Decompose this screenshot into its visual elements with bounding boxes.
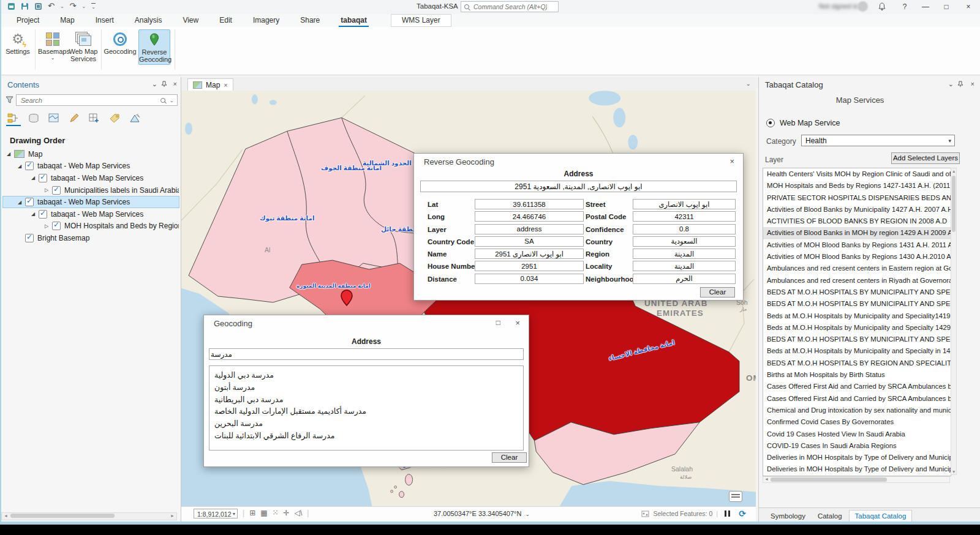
scrollbar-thumb[interactable] [10,514,115,518]
clear-button[interactable]: Clear [700,287,735,297]
redo-dropdown-icon[interactable]: ⌄ [82,4,86,9]
grid-add-icon[interactable]: ⊞ [249,509,255,517]
catalog-horizontal-scrollbar[interactable]: ◄ [763,476,950,483]
catalog-layer-row[interactable]: BEDS AT M.O.H HOSPITALS BY MUNICIPALITY … [763,286,951,298]
catalog-vertical-scrollbar[interactable]: ▲ ▼ [951,168,957,475]
field-value[interactable] [475,199,584,209]
ribbon-tab[interactable]: Project [6,14,50,27]
field-value[interactable] [475,224,584,234]
clear-button[interactable]: Clear [492,452,527,463]
expand-arrow-icon[interactable] [18,200,25,205]
customize-qat-icon[interactable]: ⌄ [91,3,96,10]
field-value[interactable] [475,236,584,247]
chevron-down-icon[interactable]: ▾ [233,509,235,519]
close-icon[interactable]: × [173,80,177,88]
scrollbar-thumb[interactable] [952,176,956,232]
avatar[interactable] [858,1,868,12]
redo-icon[interactable]: ↷ [70,2,77,10]
tree-row[interactable]: Map [2,148,179,160]
scroll-up-arrow-icon[interactable]: ▲ [952,169,956,173]
table-icon[interactable]: ▦ [260,509,267,517]
field-value[interactable] [633,274,736,284]
chevron-down-icon[interactable]: ⌄ [169,97,174,103]
geocode-result-row[interactable]: مدرسة دبي الدولية [209,370,523,382]
geocode-result-row[interactable]: مدرسة الرفاع الشرقي الابتدائية للبنات [209,430,523,443]
contents-horizontal-scrollbar[interactable]: ◄ ► [1,512,177,520]
web-map-service-radio[interactable]: Web Map Service [766,119,840,127]
pane-tab[interactable]: Catalog [812,511,848,522]
close-icon[interactable]: × [729,157,734,166]
convert-units-icon[interactable]: ⁙ [273,509,279,517]
field-value[interactable] [633,249,736,259]
notifications-bell-icon[interactable] [878,2,886,10]
tree-row[interactable]: Municipalities labels in Saudi Arabia [2,184,179,196]
add-selected-layers-button[interactable]: Add Selected Layers [891,152,960,164]
catalog-layer-row[interactable]: Deliveries in MOH Hospitals by Type of D… [763,452,951,463]
catalog-layer-row[interactable]: Deliveries in MOH Hospitals by Type of D… [763,463,951,475]
catalog-layer-row[interactable]: Activities of MOH Blood Banks by Regions… [763,251,951,263]
layer-checkbox[interactable] [39,210,47,219]
catalog-layer-row[interactable]: Beds at M.O.H Hospitals by Municipality … [763,310,951,322]
ribbon-tab[interactable]: WMS Layer [391,14,451,27]
catalog-layer-row[interactable]: PRIVATE SECTOR HOSPITALS DISPENSARIES BE… [763,192,951,204]
coordinates-readout[interactable]: 37.0050347°E 33.3405407°N⌄ [434,510,530,517]
catalog-layer-row[interactable]: Health Centers' Visits MOH by Region Cli… [763,168,951,180]
catalog-layer-row[interactable]: BEDS AT M.O.H HOSPITALS BY MUNICIPALITY … [763,334,951,345]
catalog-layer-row[interactable]: Beds at M.O.H Hospitals by Municipality … [763,345,951,357]
tree-row[interactable]: MOH Hospitals and Beds by Regions1427-14… [2,220,179,233]
catalog-layer-row[interactable]: Chemical and Drug intoxication by sex na… [763,405,951,416]
undo-icon[interactable]: ↶ [48,2,55,10]
layer-checkbox[interactable] [52,186,61,195]
pane-collapse-icon[interactable]: ⌄ [152,80,157,88]
tree-row[interactable]: Bright Basemap [2,232,179,244]
field-value[interactable] [633,224,736,234]
close-icon[interactable]: × [971,80,974,88]
scrollbar-thumb[interactable] [771,477,887,482]
list-by-labeling-icon[interactable] [107,111,122,126]
save-as-icon[interactable] [34,2,42,10]
minimize-button[interactable]: — [915,0,936,14]
catalog-layer-row[interactable]: Activities of Blood Banks by Municipalit… [763,204,951,215]
geocode-search-field[interactable] [209,348,524,360]
ribbon-tab[interactable]: Edit [209,14,243,27]
tree-row[interactable]: tabaqat - Web Map Services [2,160,179,173]
expand-arrow-icon[interactable] [7,151,14,157]
catalog-layer-row[interactable]: Births at Moh Hospitals by Birth Status [763,369,951,381]
close-icon[interactable]: × [515,318,520,327]
catalog-layer-row[interactable]: Cases Offered First Aid and Carried by S… [763,381,951,392]
basemaps-button[interactable]: Basemaps ⌄ [38,29,67,64]
command-search-input[interactable] [472,2,548,11]
help-icon[interactable]: ? [894,0,915,14]
address-field[interactable] [420,181,737,192]
list-by-snapping-icon[interactable] [87,111,102,126]
map-overview-button[interactable] [729,491,742,502]
chevron-down-icon[interactable]: ⌄ [525,511,530,517]
expand-arrow-icon[interactable] [31,175,39,181]
expand-arrow-icon[interactable] [45,187,52,193]
field-value[interactable] [475,249,584,259]
pane-tab[interactable]: Symbology [765,511,811,522]
pin-icon[interactable] [957,81,963,88]
sound-icon[interactable]: ◁\ [295,509,303,517]
pane-collapse-icon[interactable]: ⌄ [948,80,954,88]
tree-row[interactable]: tabaqat - Web Map Services [2,172,179,184]
catalog-layer-row[interactable]: Ambulances and red cresent centers in Ea… [763,263,951,274]
expand-arrow-icon[interactable] [18,163,25,169]
list-by-drawing-order-icon[interactable] [6,111,21,126]
field-value[interactable] [633,261,736,271]
reverse-geocoding-button[interactable]: Reverse Geocoding [138,29,170,65]
ribbon-tab[interactable]: Insert [85,14,124,27]
catalog-layer-row[interactable]: Ambulances and red cresent centers in Ri… [763,275,951,286]
ribbon-tab[interactable]: Map [50,14,85,27]
layer-checkbox[interactable] [52,222,61,230]
catalog-layer-row[interactable]: Confirmed Covid Cases By Governorates [763,416,951,428]
map-tab[interactable]: Map × [187,78,233,91]
pause-drawing-icon[interactable] [725,511,730,517]
expand-arrow-icon[interactable] [45,223,52,229]
list-by-data-source-icon[interactable] [26,111,41,126]
sign-in-status[interactable]: Not signed in [819,2,858,10]
maximize-icon[interactable]: □ [496,318,500,327]
ribbon-tab[interactable]: Share [290,14,330,27]
field-value[interactable] [475,274,584,284]
geocode-result-row[interactable]: مدرسة أبتون [209,382,523,394]
